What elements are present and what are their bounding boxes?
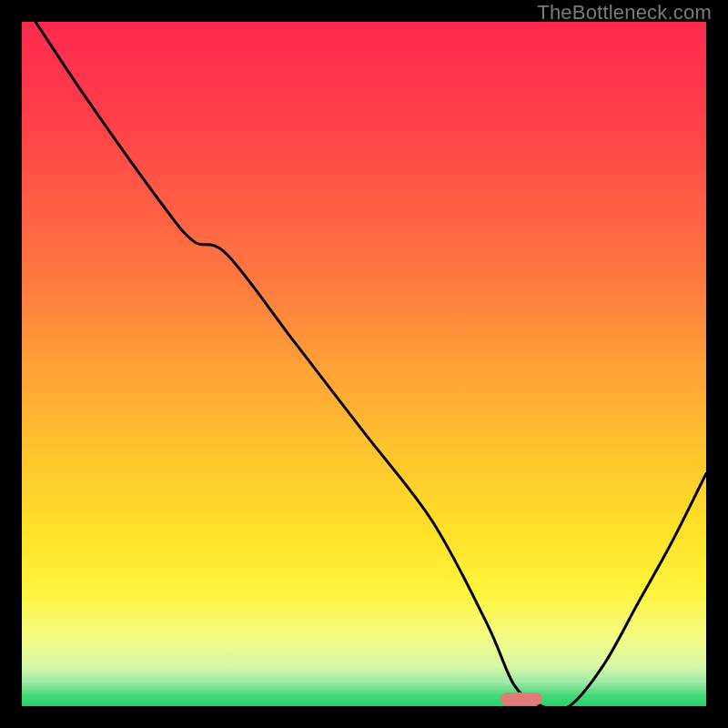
plot-area (22, 22, 706, 706)
curve-layer (22, 22, 706, 706)
optimal-marker (500, 693, 542, 705)
bottleneck-curve (35, 22, 706, 706)
chart-frame: TheBottleneck.com (0, 0, 728, 728)
